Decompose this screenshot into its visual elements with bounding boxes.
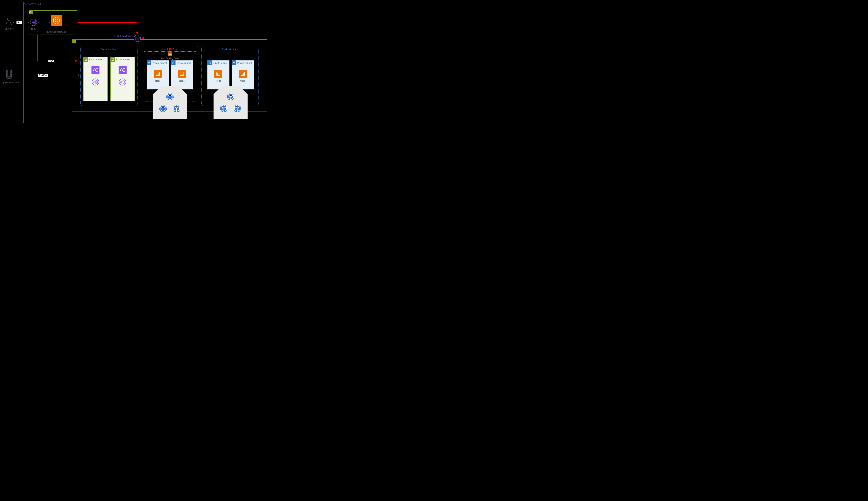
private-subnet-2: Private subnet Node bbox=[171, 60, 193, 89]
private-subnet-3-label: Private subnet bbox=[212, 62, 229, 64]
public-subnet-2-label: Public subnet bbox=[115, 58, 134, 61]
x-eni-label: X-ENI (IPv4/IPv6) bbox=[113, 35, 131, 38]
az2-label: Availability Zone bbox=[161, 48, 177, 50]
svg-rect-34 bbox=[157, 73, 159, 75]
pod-label: pod bbox=[229, 95, 232, 97]
svg-point-0 bbox=[8, 18, 10, 21]
lock-icon bbox=[84, 57, 88, 62]
pod-icon: pod bbox=[166, 91, 174, 99]
pod-label: pod bbox=[222, 107, 225, 109]
svg-point-3 bbox=[9, 77, 9, 78]
pod-label: pod bbox=[168, 95, 172, 97]
svg-rect-28 bbox=[124, 80, 125, 81]
svg-rect-39 bbox=[217, 72, 220, 76]
svg-rect-27 bbox=[120, 81, 122, 83]
eks-label: EKS Control Plane bbox=[47, 31, 66, 33]
public-subnet-2: Public subnet bbox=[110, 57, 135, 101]
x-eni-icon bbox=[134, 35, 141, 43]
svg-rect-38 bbox=[209, 63, 211, 64]
svg-rect-42 bbox=[241, 72, 244, 76]
svg-rect-32 bbox=[148, 63, 150, 64]
ec2-node-icon bbox=[215, 70, 222, 78]
svg-rect-41 bbox=[233, 63, 235, 64]
asg-icon bbox=[168, 52, 172, 56]
pod-icon: pod bbox=[234, 103, 241, 110]
svg-rect-43 bbox=[242, 73, 244, 75]
pod-icon: pod bbox=[220, 103, 228, 110]
svg-rect-18 bbox=[93, 81, 95, 83]
internet-gateway-icon bbox=[91, 66, 99, 74]
ec2-node-icon bbox=[154, 70, 162, 78]
node-4-label: Node bbox=[240, 79, 245, 82]
aws-cloud-label: AWS Cloud bbox=[29, 3, 41, 6]
private-subnet-4-label: Private subnet bbox=[236, 62, 254, 64]
app-users-label: Application Users bbox=[2, 81, 19, 84]
svg-rect-30 bbox=[124, 83, 125, 84]
cloud-icon bbox=[24, 2, 28, 6]
ipv4-pill-2: IPv4 bbox=[48, 60, 54, 63]
lock-icon bbox=[111, 57, 115, 62]
eks-icon bbox=[51, 15, 62, 26]
pod-label: pod bbox=[236, 107, 239, 109]
svg-rect-19 bbox=[97, 80, 98, 81]
svg-rect-40 bbox=[218, 73, 219, 75]
pod-label: pod bbox=[175, 107, 178, 109]
private-subnet-1: Private subnet Node bbox=[147, 60, 169, 89]
az3-label: Availability Zone bbox=[222, 48, 238, 50]
svg-rect-22 bbox=[112, 59, 114, 61]
node-3-label: Node bbox=[216, 79, 221, 82]
lock-icon bbox=[207, 61, 212, 65]
nlb-subnet-icon bbox=[119, 78, 126, 86]
pod-icon: pod bbox=[160, 103, 167, 110]
svg-rect-13 bbox=[85, 59, 87, 61]
nlb-label: NLB bbox=[31, 28, 36, 30]
internet-gateway-icon bbox=[119, 66, 127, 74]
pod-icon: pod bbox=[227, 91, 234, 99]
lock-icon bbox=[147, 61, 151, 65]
node-1-label: Node bbox=[155, 79, 161, 82]
eks-region-cloud-icon bbox=[29, 11, 33, 14]
nlb-subnet-icon bbox=[92, 78, 99, 86]
ec2-node-icon bbox=[178, 70, 186, 78]
svg-rect-2 bbox=[8, 70, 11, 76]
svg-point-14 bbox=[93, 68, 96, 71]
svg-rect-31 bbox=[169, 54, 171, 55]
operators-label: Operators bbox=[4, 28, 14, 30]
ec2-node-icon bbox=[239, 70, 247, 78]
vpc-cloud-icon bbox=[72, 40, 76, 43]
pod-icon: pod bbox=[173, 103, 180, 110]
ipv4-pill-1: IPv4 bbox=[16, 21, 22, 24]
private-subnet-1-label: Private subnet bbox=[151, 62, 169, 64]
dual-pill: IPv4/IPv6 bbox=[38, 74, 48, 77]
private-subnet-2-label: Private subnet bbox=[176, 62, 193, 64]
asg-label: Auto Scaling Group bbox=[161, 57, 180, 60]
svg-rect-35 bbox=[172, 63, 174, 64]
svg-rect-33 bbox=[156, 72, 160, 76]
pod-label: pod bbox=[162, 107, 165, 109]
public-subnet-1-label: Public subnet bbox=[88, 58, 108, 61]
nlb-icon bbox=[30, 19, 37, 26]
node-2-label: Node bbox=[179, 79, 185, 82]
svg-rect-37 bbox=[181, 73, 183, 75]
svg-rect-29 bbox=[124, 82, 125, 83]
app-users-icon bbox=[6, 69, 12, 79]
lock-icon bbox=[171, 61, 176, 65]
svg-point-23 bbox=[120, 68, 123, 71]
svg-rect-21 bbox=[97, 83, 98, 84]
operators-icon bbox=[6, 17, 12, 25]
svg-point-9 bbox=[55, 19, 58, 22]
az1-label: Availability Zone bbox=[101, 48, 117, 50]
svg-rect-36 bbox=[180, 72, 184, 76]
lock-icon bbox=[232, 61, 236, 65]
private-subnet-4: Private subnet Node bbox=[232, 60, 254, 89]
svg-rect-20 bbox=[97, 82, 98, 83]
public-subnet-1: Public subnet bbox=[83, 57, 108, 101]
private-subnet-3: Private subnet Node bbox=[207, 60, 230, 89]
